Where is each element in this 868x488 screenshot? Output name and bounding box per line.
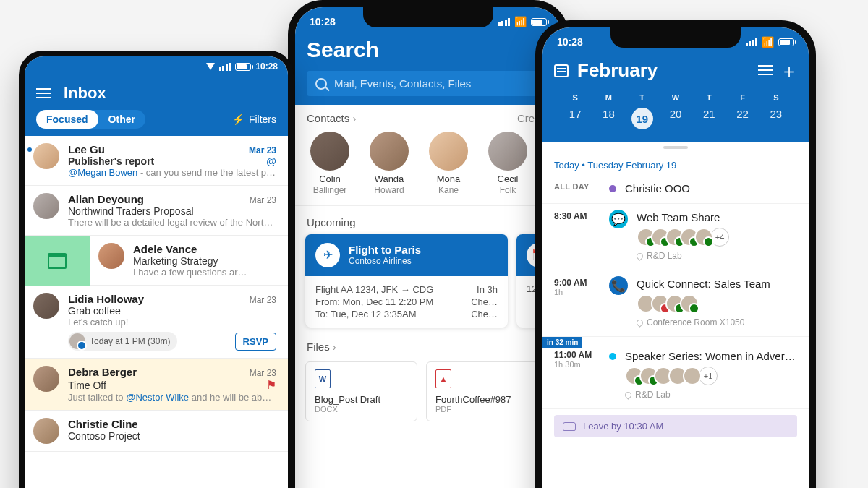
- file-item[interactable]: W Blog_Post Draft DOCX: [305, 361, 417, 421]
- event-duration: 1h 30m: [554, 360, 600, 369]
- tab-other[interactable]: Other: [98, 110, 145, 129]
- preview: Let's catch up!: [68, 317, 276, 328]
- message-item-swiped[interactable]: Adele Vance Marketing Strategy I have a …: [25, 236, 288, 286]
- subject: Time Off: [68, 380, 106, 391]
- contact-item[interactable]: CecilFolk: [483, 132, 532, 195]
- subject: Publisher's report: [68, 155, 154, 167]
- upcoming-header: Upcoming: [295, 206, 561, 234]
- status-bar: 10:28: [25, 56, 288, 77]
- sender: Allan Deyoung: [68, 193, 144, 205]
- plane-icon: ✈: [315, 243, 340, 267]
- drag-handle[interactable]: [542, 142, 809, 153]
- message-list: Lee Gu Mar 23 Publisher's report @ @Mega…: [25, 136, 288, 452]
- card-subtitle: Contoso Airlines: [349, 256, 421, 266]
- event-time: Today at 1 PM (30m): [90, 336, 170, 346]
- day-col[interactable]: S17: [558, 93, 592, 129]
- chevron-right-icon: ›: [333, 341, 336, 353]
- attendee-row: +4: [637, 228, 797, 247]
- sender: Debra Berger: [68, 366, 137, 378]
- clock: 10:28: [255, 61, 278, 72]
- event-title: Christie OOO: [625, 182, 797, 194]
- search-input[interactable]: Mail, Events, Contacts, Files: [307, 71, 550, 96]
- event-chip[interactable]: Today at 1 PM (30m): [68, 332, 177, 351]
- filters-button[interactable]: ⚡ Filters: [232, 114, 276, 125]
- month-title[interactable]: February: [577, 59, 749, 82]
- contacts-header[interactable]: Contacts ›: [307, 112, 356, 124]
- phone-calendar: 10:28 📶 February ＋ S17 M18 T19 W20 T21 F…: [535, 20, 816, 488]
- battery-icon: [531, 18, 547, 26]
- event-item[interactable]: 8:30 AM 💬 Web Team Share +4 R&D Lab: [542, 204, 809, 270]
- car-icon: [563, 422, 576, 431]
- avatar: [33, 366, 59, 392]
- clock: 10:28: [557, 36, 583, 48]
- week-strip: S17 M18 T19 W20 T21 F22 S23: [554, 90, 797, 137]
- add-event-button[interactable]: ＋: [781, 63, 797, 79]
- file-item[interactable]: ▲ FourthCoffee#987 PDF: [426, 361, 538, 421]
- signal-icon: [746, 38, 758, 46]
- rsvp-button[interactable]: RSVP: [235, 333, 276, 351]
- preview: Just talked to @Nestor Wilke and he will…: [68, 392, 276, 403]
- message-item[interactable]: Debra Berger Mar 23 Time Off ⚑ Just talk…: [25, 359, 288, 411]
- date: Mar 23: [249, 145, 276, 155]
- avatar: [33, 293, 59, 319]
- event-title: Web Team Share: [637, 211, 797, 223]
- message-item[interactable]: Lee Gu Mar 23 Publisher's report @ @Mega…: [25, 136, 288, 186]
- day-col[interactable]: M18: [592, 93, 625, 129]
- wifi-icon: 📶: [514, 16, 527, 27]
- subject: Contoso Project: [68, 430, 276, 442]
- calendar-icon[interactable]: [554, 64, 569, 77]
- event-time: 8:30 AM: [554, 211, 600, 221]
- file-type: DOCX: [315, 405, 408, 414]
- attendee-row: [637, 294, 797, 313]
- battery-icon: [235, 63, 251, 71]
- archive-icon: [48, 253, 67, 269]
- leave-reminder[interactable]: Leave by 10:30 AM: [554, 415, 797, 437]
- message-item[interactable]: Allan Deyoung Mar 23 Northwind Traders P…: [25, 186, 288, 236]
- phone-search: 10:28 📶 Search Mail, Events, Contacts, F…: [288, 0, 569, 488]
- contact-item[interactable]: MonaKane: [424, 132, 473, 195]
- day-col[interactable]: F22: [726, 93, 759, 129]
- event-time: 11:00 AM: [554, 350, 600, 360]
- event-item[interactable]: in 32 min 11:00 AM 1h 30m Speaker Series…: [542, 337, 809, 409]
- day-col[interactable]: W20: [659, 93, 692, 129]
- screen-title: Inbox: [64, 84, 106, 103]
- tab-focused[interactable]: Focused: [36, 110, 98, 129]
- flight-from: From: Mon, Dec 11 2:20 PM: [315, 296, 433, 307]
- preview: There will be a detailed legal review of…: [68, 217, 276, 228]
- event-location: R&D Lab: [635, 390, 671, 400]
- file-type: PDF: [435, 405, 529, 414]
- event-item[interactable]: 9:00 AM 1h 📞 Quick Connect: Sales Team C…: [542, 270, 809, 337]
- files-header[interactable]: Files ›: [307, 341, 336, 353]
- message-item[interactable]: Christie Cline Contoso Project: [25, 411, 288, 452]
- network-icon: [206, 63, 215, 70]
- date: Mar 23: [250, 295, 276, 305]
- contact-item[interactable]: ColinBallinger: [305, 132, 354, 195]
- contacts-row: ColinBallinger WandaHoward MonaKane Ceci…: [295, 129, 561, 206]
- file-name: FourthCoffee#987: [435, 394, 529, 405]
- contact-item[interactable]: WandaHoward: [365, 132, 414, 195]
- event-location: Conference Room X1050: [647, 317, 744, 328]
- event-item[interactable]: ALL DAY Christie OOO: [542, 175, 809, 204]
- day-col[interactable]: S23: [760, 93, 793, 129]
- status-bar: 10:28 📶: [542, 27, 809, 53]
- bolt-icon: ⚡: [232, 114, 244, 125]
- day-col[interactable]: T21: [692, 93, 726, 129]
- word-file-icon: W: [315, 369, 331, 388]
- menu-button[interactable]: [36, 88, 51, 98]
- inbox-tabs: Focused Other: [36, 110, 145, 129]
- clock: 10:28: [310, 16, 336, 27]
- day-col-today[interactable]: T19: [626, 93, 659, 129]
- flight-card[interactable]: ✈ Flight to Paris Contoso Airlines Fligh…: [305, 234, 508, 328]
- event-duration: 1h: [554, 288, 600, 296]
- sender: Lidia Holloway: [68, 293, 144, 305]
- mini-avatar-icon: [69, 333, 85, 349]
- archive-action[interactable]: [25, 236, 90, 286]
- subject: Northwind Traders Proposal: [68, 205, 276, 217]
- attendee-row: +1: [625, 367, 797, 385]
- message-item[interactable]: Lidia Holloway Mar 23 Grab coffee Let's …: [25, 286, 288, 359]
- date: Mar 23: [250, 368, 276, 378]
- leave-label: Leave by 10:30 AM: [583, 421, 663, 432]
- file-name: Blog_Post Draft: [315, 394, 408, 405]
- agenda-view-icon[interactable]: [758, 65, 773, 77]
- flight-to: To: Tue, Dec 12 3:35AM: [315, 309, 416, 320]
